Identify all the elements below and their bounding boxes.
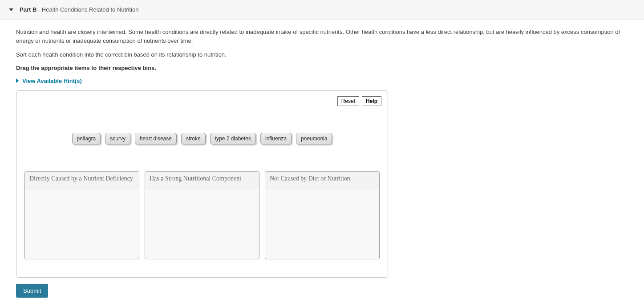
drag-item[interactable]: pneumonia [296,133,332,144]
part-heading: Part B - Health Conditions Related to Nu… [20,6,138,13]
bin-nutritional-component[interactable]: Has a Strong Nutritional Component [145,171,259,259]
bin-header: Has a Strong Nutritional Component [145,172,259,188]
drag-item[interactable]: heart disease [135,133,177,144]
hints-link-label: View Available Hint(s) [22,78,82,84]
bin-header: Directly Caused by a Nutrient Deficiency [25,172,139,188]
drag-item[interactable]: stroke [181,133,206,144]
intro-paragraph-2: Sort each health condition into the corr… [16,50,628,59]
bin-not-diet[interactable]: Not Caused by Diet or Nutrition [265,171,380,259]
chevron-right-icon [16,78,19,83]
bin-deficiency[interactable]: Directly Caused by a Nutrient Deficiency [24,171,139,259]
hints-toggle[interactable]: View Available Hint(s) [16,78,628,84]
drag-instruction: Drag the appropriate items to their resp… [16,65,628,71]
drag-item[interactable]: influenza [260,133,292,144]
content-area: Nutrition and health are closely intertw… [0,20,644,303]
part-header: Part B - Health Conditions Related to Nu… [0,0,644,20]
drag-item[interactable]: type 2 diabetes [210,133,256,144]
drag-item[interactable]: pellagra [72,133,101,144]
bins-row: Directly Caused by a Nutrient Deficiency… [23,171,381,259]
bin-header: Not Caused by Diet or Nutrition [265,172,379,188]
part-title-sep: - [36,6,42,13]
submit-button[interactable]: Submit [16,284,48,298]
drag-items-area: pellagra scurvy heart disease stroke typ… [23,133,381,144]
part-title: Health Conditions Related to Nutrition [42,6,139,13]
drag-item[interactable]: scurvy [105,133,130,144]
activity-box: Reset Help pellagra scurvy heart disease… [16,90,388,278]
part-label: Part B [20,6,36,13]
collapse-icon[interactable] [9,8,13,11]
activity-controls: Reset Help [337,96,381,106]
reset-button[interactable]: Reset [337,96,359,106]
intro-paragraph-1: Nutrition and health are closely intertw… [16,28,628,45]
help-button[interactable]: Help [362,96,381,106]
